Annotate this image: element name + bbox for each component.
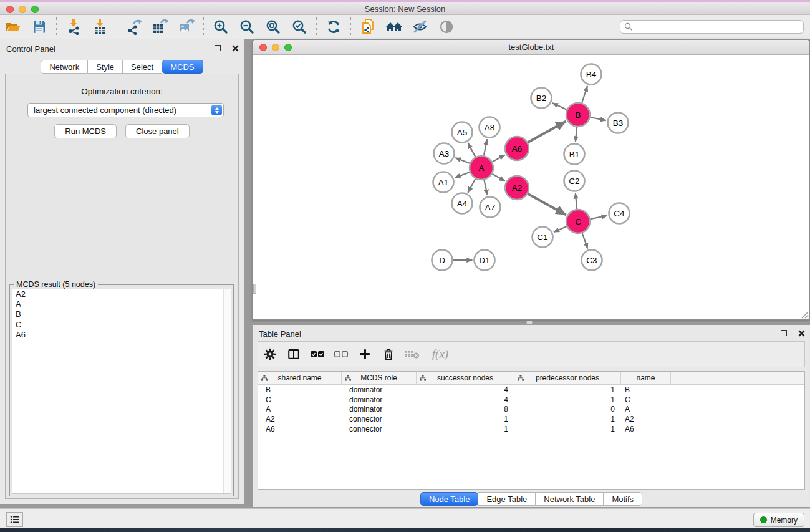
graph-edge-B-B3[interactable]	[591, 117, 606, 120]
network-window-titlebar[interactable]: testGlobe.txt	[253, 40, 809, 55]
graph-edge-C-C2[interactable]	[576, 193, 577, 209]
memory-button[interactable]: Memory	[753, 513, 804, 527]
column-header-name[interactable]: name	[621, 372, 671, 384]
graph-edge-A-A6[interactable]	[493, 155, 505, 162]
graph-edge-B-B2[interactable]	[552, 103, 567, 110]
tab-node-table[interactable]: Node Table	[420, 492, 479, 506]
graph-edge-B-B1[interactable]	[576, 127, 577, 142]
graph-edge-C-C4[interactable]	[591, 216, 607, 219]
export-table-button[interactable]	[147, 16, 173, 37]
network-graph: B4B2BB3A5A8A6A3B1AA1C2A2A4A7C4CC1C3DD1	[253, 55, 809, 319]
clone-network-button[interactable]	[355, 16, 381, 37]
add-column-button[interactable]	[353, 344, 377, 365]
tab-edge-table[interactable]: Edge Table	[478, 492, 536, 506]
float-panel-icon[interactable]	[215, 45, 221, 51]
optimization-criterion-label: Optimization criterion:	[6, 87, 238, 96]
graph-edge-A-A8[interactable]	[484, 139, 487, 155]
home-button[interactable]	[381, 16, 407, 37]
cell-shared-name: B	[258, 385, 342, 394]
canvas-vscroll-thumb[interactable]	[253, 284, 256, 294]
tab-style[interactable]: Style	[88, 60, 123, 74]
hide-visibility-button[interactable]	[407, 16, 433, 37]
table-row[interactable]: A6connector11A6	[258, 424, 804, 434]
close-panel-button[interactable]: Close panel	[125, 124, 190, 138]
delete-table-button[interactable]	[400, 344, 424, 365]
export-image-icon	[178, 19, 195, 35]
graph-edge-B-B4[interactable]	[582, 86, 587, 103]
tab-mcds[interactable]: MCDS	[162, 60, 203, 74]
graph-edge-A6-B[interactable]	[528, 122, 566, 143]
delete-column-button[interactable]	[377, 344, 400, 365]
network-window: testGlobe.txt B4B2BB3A5A8A6A3B1AA1C2A2A4…	[253, 39, 810, 320]
column-type-icon	[345, 375, 351, 381]
resize-grip-icon[interactable]	[800, 310, 809, 319]
export-image-button[interactable]	[173, 16, 200, 37]
graph-edge-A2-C[interactable]	[528, 194, 566, 215]
table-row[interactable]: Bdominator41B	[258, 385, 804, 395]
select-all-button[interactable]	[306, 344, 329, 365]
graph-edge-A-A7[interactable]	[484, 180, 487, 195]
close-panel-icon[interactable]	[798, 330, 805, 337]
memory-label: Memory	[771, 516, 798, 525]
graph-node-label-D: D	[439, 256, 445, 265]
mcds-result-item[interactable]: A2	[12, 289, 231, 299]
split-pane-handle[interactable]	[526, 321, 533, 324]
zoom-in-button[interactable]	[208, 16, 234, 37]
table-settings-button[interactable]	[258, 344, 282, 365]
cell-name: C	[621, 395, 671, 404]
eye-button[interactable]	[433, 16, 460, 37]
import-table-button[interactable]	[87, 16, 113, 37]
zoom-fit-button[interactable]	[260, 16, 286, 37]
mcds-result-item[interactable]: A	[12, 299, 231, 309]
tab-network-table[interactable]: Network Table	[536, 492, 604, 506]
graph-edge-C-C1[interactable]	[554, 226, 567, 232]
export-network-icon	[125, 19, 143, 35]
tab-motifs[interactable]: Motifs	[604, 492, 642, 506]
show-panels-button[interactable]	[6, 512, 23, 527]
export-network-button[interactable]	[121, 16, 147, 37]
deselect-all-button[interactable]	[329, 344, 353, 365]
function-builder-button[interactable]: f(x)	[424, 344, 456, 365]
zoom-out-icon	[239, 19, 255, 35]
mcds-result-item[interactable]: C	[12, 320, 231, 330]
graph-edge-A-A3[interactable]	[455, 158, 470, 163]
graph-edge-A-A1[interactable]	[455, 172, 470, 178]
show-column-button[interactable]	[282, 344, 306, 365]
open-file-button[interactable]	[0, 16, 26, 37]
mcds-result-item[interactable]: B	[12, 309, 231, 319]
graph-edge-A-A5[interactable]	[468, 143, 475, 157]
cell-shared-name: A	[258, 405, 342, 414]
import-network-button[interactable]	[60, 16, 87, 37]
table-row[interactable]: A2connector11A2	[258, 414, 804, 424]
mcds-result-list[interactable]: A2ABCA6	[12, 289, 231, 494]
table-row[interactable]: Cdominator41C	[258, 395, 804, 405]
graph-edge-C-C3[interactable]	[582, 233, 588, 249]
zoom-out-button[interactable]	[234, 16, 260, 37]
run-mcds-button[interactable]: Run MCDS	[54, 124, 117, 138]
close-panel-icon[interactable]	[232, 45, 239, 52]
tab-network[interactable]: Network	[41, 60, 88, 74]
graph-edge-A-A4[interactable]	[468, 179, 475, 193]
table-row[interactable]: Adominator80A	[258, 405, 804, 415]
graph-edge-A-A2[interactable]	[492, 174, 504, 181]
column-header-MCDS-role[interactable]: MCDS role	[342, 372, 417, 384]
column-header-successor-nodes[interactable]: successor nodes	[417, 372, 514, 384]
zoom-selected-button[interactable]	[286, 16, 312, 37]
network-canvas[interactable]: B4B2BB3A5A8A6A3B1AA1C2A2A4A7C4CC1C3DD1	[253, 55, 809, 319]
optimization-criterion-select[interactable]: largest connected component (directed)	[27, 103, 224, 117]
graph-node-label-A4: A4	[457, 199, 468, 208]
search-input[interactable]	[620, 20, 804, 34]
column-header-label: successor nodes	[437, 374, 493, 382]
column-type-icon	[518, 375, 524, 381]
mcds-result-item[interactable]: A6	[12, 330, 231, 340]
cell-predecessor-nodes: 1	[514, 425, 621, 433]
scrollbar-track[interactable]	[223, 289, 231, 493]
column-header-predecessor-nodes[interactable]: predecessor nodes	[514, 372, 621, 384]
save-session-button[interactable]	[26, 16, 52, 37]
column-header-shared-name[interactable]: shared name	[258, 372, 342, 384]
refresh-button[interactable]	[321, 16, 347, 37]
zoom-in-icon	[213, 19, 229, 35]
cell-predecessor-nodes: 1	[514, 415, 621, 423]
float-panel-icon[interactable]	[781, 330, 787, 336]
tab-select[interactable]: Select	[123, 60, 162, 74]
